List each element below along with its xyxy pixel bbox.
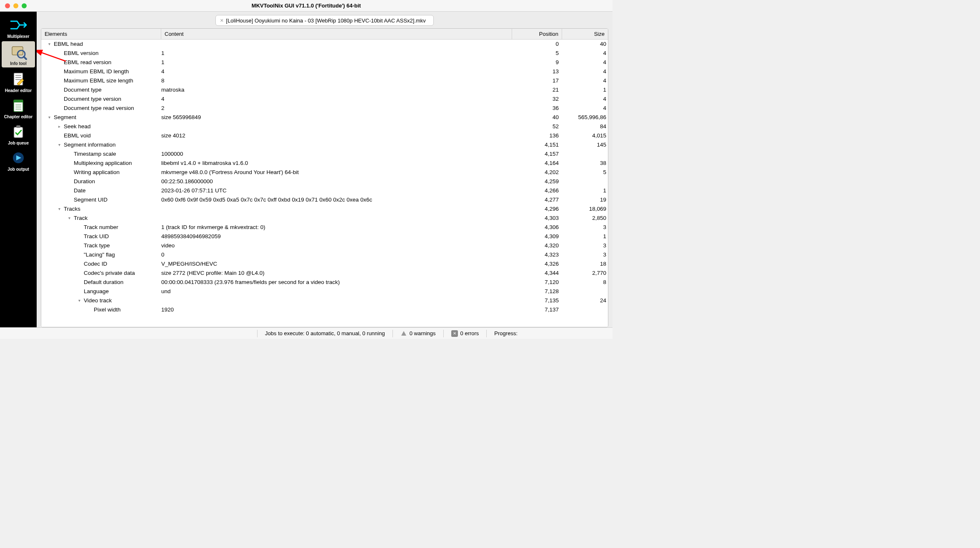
tree-row[interactable]: Track UID48985938409469820594,3091: [41, 232, 608, 241]
column-header-elements[interactable]: Elements: [41, 29, 161, 39]
size-cell: [562, 287, 608, 296]
disclosure-icon[interactable]: ▾: [46, 113, 52, 122]
tree-row[interactable]: Default duration00:00:00.041708333 (23.9…: [41, 278, 608, 287]
tree-row[interactable]: EBML read version194: [41, 58, 608, 67]
size-cell: 4: [562, 95, 608, 104]
tree-row[interactable]: ▾Video track7,13524: [41, 296, 608, 305]
minimize-window-button[interactable]: [13, 3, 18, 8]
tree-row[interactable]: Segment UID0x60 0xf6 0x9f 0x59 0xd5 0xa5…: [41, 195, 608, 204]
svg-rect-12: [14, 127, 23, 138]
disclosure-icon[interactable]: ▾: [56, 204, 62, 214]
column-header-size[interactable]: Size: [562, 29, 608, 39]
element-name: EBML head: [52, 40, 83, 49]
element-cell: Language: [41, 287, 161, 296]
element-cell: ▾EBML head: [41, 40, 161, 49]
info-tool-icon: [8, 44, 28, 60]
tree-row[interactable]: Codec's private datasize 2772 (HEVC prof…: [41, 269, 608, 278]
status-warnings[interactable]: 0 warnings: [398, 330, 438, 337]
tree-row[interactable]: ▾Segmentsize 56599684940565,996,86: [41, 113, 608, 122]
sidebar-item-job-queue[interactable]: Job queue: [0, 121, 37, 147]
content-cell: [161, 40, 512, 49]
tree-row[interactable]: Duration00:22:50.1860000004,259: [41, 177, 608, 186]
tree-row[interactable]: ▾Track4,3032,850: [41, 214, 608, 223]
element-cell: Track type: [41, 241, 161, 250]
sidebar-item-info-tool[interactable]: Info tool: [2, 41, 35, 67]
element-name: Track: [72, 214, 88, 223]
size-cell: 565,996,86: [562, 113, 608, 122]
element-cell: ▾Track: [41, 214, 161, 223]
content-cell: und: [161, 287, 512, 296]
tree-row[interactable]: Pixel width19207,137: [41, 305, 608, 314]
column-header-position[interactable]: Position: [512, 29, 562, 39]
element-name: Duration: [72, 177, 95, 186]
position-cell: 4,277: [512, 195, 562, 204]
column-header-content[interactable]: Content: [161, 29, 512, 39]
zoom-window-button[interactable]: [22, 3, 27, 8]
position-cell: 7,128: [512, 287, 562, 296]
tree-row[interactable]: Track number1 (track ID for mkvmerge & m…: [41, 223, 608, 232]
tree-row[interactable]: Multiplexing applicationlibebml v1.4.0 +…: [41, 159, 608, 168]
size-cell: 18,069: [562, 204, 608, 214]
tree-row[interactable]: Document type version4324: [41, 95, 608, 104]
disclosure-icon[interactable]: ▸: [56, 122, 62, 131]
tree-row[interactable]: ▸Seek head5284: [41, 122, 608, 131]
disclosure-icon[interactable]: ▾: [56, 140, 62, 149]
content-cell: 1000000: [161, 149, 512, 159]
sidebar-item-multiplexer[interactable]: Multiplexer: [0, 14, 37, 40]
element-name: Timestamp scale: [72, 149, 116, 159]
content-cell: 00:22:50.186000000: [161, 177, 512, 186]
content-cell: 0: [161, 250, 512, 259]
size-cell: 84: [562, 122, 608, 131]
size-cell: 3: [562, 250, 608, 259]
element-cell: Track UID: [41, 232, 161, 241]
element-cell: Writing application: [41, 168, 161, 177]
error-icon: ✕: [451, 330, 458, 337]
tree-row[interactable]: Writing applicationmkvmerge v48.0.0 ('Fo…: [41, 168, 608, 177]
tree-body[interactable]: ▾EBML head040EBML version154EBML read ve…: [41, 40, 608, 327]
sidebar-item-header-editor[interactable]: Header editor: [0, 68, 37, 95]
status-errors[interactable]: ✕ 0 errors: [449, 330, 482, 337]
tree-row[interactable]: Date2023-01-26 07:57:11 UTC4,2661: [41, 186, 608, 195]
content-cell: [161, 214, 512, 223]
tree-row[interactable]: EBML version154: [41, 49, 608, 58]
tree-row[interactable]: Document type read version2364: [41, 104, 608, 113]
sidebar-item-chapter-editor[interactable]: Chapter editor: [0, 95, 37, 121]
tree-row[interactable]: Maximum EBML ID length4134: [41, 67, 608, 76]
close-window-button[interactable]: [5, 3, 10, 8]
tree-row[interactable]: Timestamp scale10000004,157: [41, 149, 608, 159]
size-cell: 2,770: [562, 269, 608, 278]
tree-row[interactable]: ▾Segment information4,151145: [41, 140, 608, 149]
disclosure-icon[interactable]: ▾: [76, 296, 82, 305]
element-name: Tracks: [62, 204, 80, 214]
disclosure-icon[interactable]: ▾: [46, 40, 52, 49]
content-cell: [161, 204, 512, 214]
position-cell: 5: [512, 49, 562, 58]
content-cell: 8: [161, 76, 512, 85]
element-cell: Codec ID: [41, 259, 161, 269]
tree-row[interactable]: Codec IDV_MPEGH/ISO/HEVC4,32618: [41, 259, 608, 269]
size-cell: 4,015: [562, 131, 608, 140]
tree-row[interactable]: Track typevideo4,3203: [41, 241, 608, 250]
size-cell: 5: [562, 168, 608, 177]
tree-row[interactable]: EBML voidsize 40121364,015: [41, 131, 608, 140]
tree-row[interactable]: Maximum EBML size length8174: [41, 76, 608, 85]
element-name: "Lacing" flag: [82, 250, 115, 259]
size-cell: 4: [562, 76, 608, 85]
tree-row[interactable]: Languageund7,128: [41, 287, 608, 296]
disclosure-icon[interactable]: ▾: [66, 214, 72, 223]
tree-row[interactable]: ▾EBML head040: [41, 40, 608, 49]
element-cell: "Lacing" flag: [41, 250, 161, 259]
tree-row[interactable]: ▾Tracks4,29618,069: [41, 204, 608, 214]
sidebar-item-job-output[interactable]: Job output: [0, 147, 37, 173]
content-cell: [161, 122, 512, 131]
position-cell: 0: [512, 40, 562, 49]
svg-rect-8: [14, 100, 23, 102]
tree-row[interactable]: Document typematroska211: [41, 85, 608, 95]
file-tab[interactable]: × [LoliHouse] Ooyukiumi no Kaina - 03 [W…: [215, 15, 434, 26]
close-tab-icon[interactable]: ×: [220, 17, 223, 24]
position-cell: 4,266: [512, 186, 562, 195]
position-cell: 9: [512, 58, 562, 67]
element-name: Document type read version: [62, 104, 134, 113]
tree-row[interactable]: "Lacing" flag04,3233: [41, 250, 608, 259]
element-name: Segment information: [62, 140, 116, 149]
